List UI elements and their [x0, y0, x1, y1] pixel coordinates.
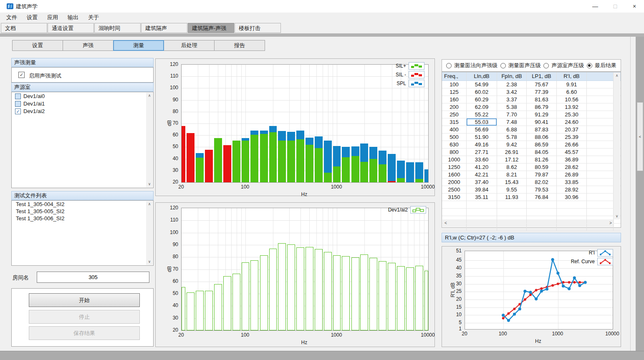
enable-si-checkbox[interactable]: ✓	[18, 72, 25, 78]
table-cell[interactable]: 5.38	[497, 103, 527, 111]
table-cell[interactable]	[587, 179, 614, 186]
radio-option[interactable]: 最后结果	[587, 62, 616, 69]
radio-option[interactable]: 声源室声压级	[543, 62, 584, 69]
main-tab-通道设置[interactable]: 通道设置	[48, 23, 94, 33]
channel-checkbox[interactable]	[15, 93, 21, 99]
sub-tab-后处理[interactable]: 后处理	[164, 40, 215, 51]
table-cell[interactable]: 80.59	[527, 164, 557, 171]
table-cell[interactable]: 55.03	[467, 118, 497, 126]
table-cell[interactable]: 6.88	[497, 126, 527, 133]
table-cell[interactable]: 33.60	[467, 156, 497, 163]
table-cell[interactable]: 60.29	[467, 96, 497, 103]
table-cell[interactable]	[587, 164, 614, 171]
table-cell[interactable]: 24.60	[557, 118, 587, 126]
save-results-button[interactable]: 保存结果	[29, 326, 140, 340]
table-cell[interactable]	[587, 171, 614, 178]
sub-tab-测量[interactable]: 测量	[113, 40, 164, 51]
table-cell[interactable]: 87.83	[527, 126, 557, 133]
table-cell[interactable]	[587, 103, 614, 111]
table-cell[interactable]: 10.56	[557, 96, 587, 103]
table-cell[interactable]: 26.89	[557, 171, 587, 178]
table-cell[interactable]: 500	[442, 133, 467, 141]
table-cell[interactable]: 42.21	[467, 171, 497, 178]
table-cell[interactable]: 82.02	[527, 179, 557, 186]
table-cell[interactable]	[587, 88, 614, 96]
table-cell[interactable]: 79.87	[527, 171, 557, 178]
table-cell[interactable]: 125	[442, 88, 467, 96]
table-cell[interactable]: 3.42	[497, 88, 527, 96]
table-cell[interactable]: 3.37	[497, 96, 527, 103]
table-cell[interactable]: 81.63	[527, 96, 557, 103]
table-cell[interactable]: 160	[442, 96, 467, 103]
channel-list-scrollbar[interactable]: ∧ ∨	[146, 93, 153, 187]
table-cell[interactable]: 9.91	[557, 81, 587, 88]
table-cell[interactable]: 54.99	[467, 81, 497, 88]
table-cell[interactable]: 13.92	[557, 103, 587, 111]
table-cell[interactable]: 630	[442, 141, 467, 148]
channel-list-item[interactable]: Dev1/ai0	[12, 92, 153, 100]
test-file-item[interactable]: Test 1_305-004_SI2	[12, 201, 153, 208]
table-cell[interactable]: 28.62	[557, 164, 587, 171]
table-cell[interactable]: 9.55	[497, 186, 527, 193]
test-file-item[interactable]: Test 1_305-006_SI2	[12, 215, 153, 222]
table-cell[interactable]: 76.84	[527, 194, 557, 201]
table-cell[interactable]	[587, 126, 614, 133]
table-cell[interactable]: 86.79	[527, 103, 557, 111]
table-cell[interactable]: 1250	[442, 164, 467, 171]
table-cell[interactable]: 35.11	[467, 194, 497, 201]
table-cell[interactable]: 5.78	[497, 133, 527, 141]
main-tab-建筑隔声-声强[interactable]: 建筑隔声-声强	[188, 23, 234, 33]
menu-item-1[interactable]: 文件	[2, 13, 22, 23]
table-cell[interactable]: 86.59	[527, 141, 557, 148]
table-cell[interactable]: 2.38	[497, 81, 527, 88]
table-cell[interactable]: 27.71	[467, 149, 497, 156]
menu-item-4[interactable]: 输出	[63, 13, 83, 23]
table-cell[interactable]	[587, 156, 614, 163]
table-cell[interactable]: 1600	[442, 171, 467, 178]
table-cell[interactable]: 20.37	[557, 126, 587, 133]
table-cell[interactable]: 9.42	[497, 141, 527, 148]
table-cell[interactable]: 400	[442, 126, 467, 133]
table-cell[interactable]: 77.39	[527, 88, 557, 96]
table-cell[interactable]: 39.84	[467, 186, 497, 193]
table-cell[interactable]: 36.89	[557, 156, 587, 163]
table-cell[interactable]: 2000	[442, 179, 467, 186]
table-cell[interactable]: 8.21	[497, 171, 527, 178]
table-cell[interactable]: 91.29	[527, 111, 557, 118]
collapse-panel-handle[interactable]: <	[637, 102, 643, 171]
table-cell[interactable]: 60.02	[467, 88, 497, 96]
main-tab-楼板打击[interactable]: 楼板打击	[235, 23, 281, 33]
table-cell[interactable]: 26.91	[497, 149, 527, 156]
table-cell[interactable]	[587, 194, 614, 201]
table-cell[interactable]: 1000	[442, 156, 467, 163]
scroll-up-icon[interactable]: ∧	[614, 73, 620, 79]
table-cell[interactable]: 81.26	[527, 156, 557, 163]
file-list-scrollbar[interactable]: ∧ ∨	[146, 201, 153, 265]
table-cell[interactable]	[587, 111, 614, 118]
table-cell[interactable]: 84.05	[527, 149, 557, 156]
scroll-up-icon[interactable]: ∧	[146, 93, 153, 99]
table-cell[interactable]	[587, 118, 614, 126]
channel-list-item[interactable]: ✓Dev1/ai2	[12, 107, 153, 115]
close-button[interactable]: ×	[625, 0, 644, 13]
table-cell[interactable]: 15.43	[497, 179, 527, 186]
table-cell[interactable]: 90.41	[527, 118, 557, 126]
main-tab-文档[interactable]: 文档	[1, 23, 47, 33]
table-cell[interactable]: 28.92	[557, 186, 587, 193]
table-vertical-scrollbar[interactable]: ∧ ∨	[614, 73, 620, 219]
table-cell[interactable]: 100	[442, 81, 467, 88]
table-cell[interactable]: 26.66	[557, 141, 587, 148]
table-cell[interactable]: 7.70	[497, 111, 527, 118]
table-cell[interactable]	[587, 96, 614, 103]
table-cell[interactable]: 800	[442, 149, 467, 156]
table-cell[interactable]: 55.22	[467, 111, 497, 118]
sub-tab-报告[interactable]: 报告	[214, 40, 265, 51]
scroll-down-icon[interactable]: ∨	[146, 259, 153, 265]
table-cell[interactable]	[587, 141, 614, 148]
table-cell[interactable]: 7.48	[497, 118, 527, 126]
table-cell[interactable]: 33.85	[557, 179, 587, 186]
table-cell[interactable]: 6.60	[557, 88, 587, 96]
table-cell[interactable]: 41.20	[467, 164, 497, 171]
scroll-up-icon[interactable]: ∧	[146, 201, 153, 207]
channel-list-item[interactable]: Dev1/ai1	[12, 100, 153, 107]
